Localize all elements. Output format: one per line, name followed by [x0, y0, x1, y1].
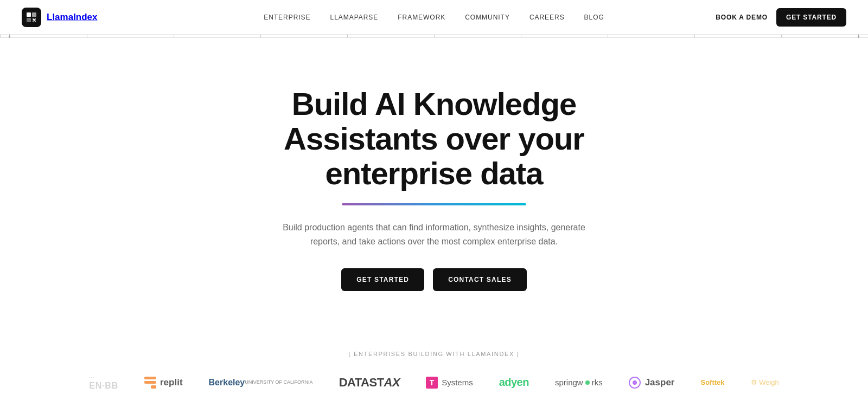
- logo-springworks: springw rks: [555, 378, 603, 387]
- nav-blog[interactable]: BLOG: [584, 14, 604, 21]
- nav-framework[interactable]: FRAMEWORK: [398, 14, 445, 21]
- logo-berkeley: Berkeley UNIVERSITY OF CALIFORNIA: [209, 377, 313, 387]
- logo-link[interactable]: LlamaIndex: [22, 8, 98, 27]
- logo-datastax: DATASTAX: [339, 376, 400, 390]
- hero-section: Build AI Knowledge Assistants over your …: [0, 38, 868, 324]
- t-systems-icon: T: [426, 377, 438, 389]
- logos-label: [ ENTERPRISES BUILDING WITH LLAMAINDEX ]: [22, 351, 846, 357]
- svg-rect-0: [27, 12, 31, 17]
- logo-enbb: ··· EN·BB: [89, 374, 118, 391]
- navbar: LlamaIndex ENTERPRISE LLAMAPARSE FRAMEWO…: [0, 0, 868, 35]
- hero-underline: [342, 203, 526, 205]
- logo-softtek: Softtek: [700, 378, 724, 386]
- nav-careers[interactable]: CAREERS: [529, 14, 565, 21]
- jasper-icon: [629, 377, 641, 389]
- nav-community[interactable]: COMMUNITY: [465, 14, 510, 21]
- hero-subtitle: Build production agents that can find in…: [282, 221, 586, 248]
- hero-contact-sales-button[interactable]: CONTACT SALES: [433, 268, 527, 291]
- nav-actions: BOOK A DEMO GET STARTED: [716, 8, 846, 27]
- replit-icon: [144, 377, 156, 389]
- logo-weight: ⚙ Weigh: [751, 378, 779, 386]
- nav-llamaparse[interactable]: LLAMAPARSE: [330, 14, 379, 21]
- get-started-nav-button[interactable]: GET STARTED: [776, 8, 846, 27]
- hero-buttons: GET STARTED CONTACT SALES: [22, 268, 846, 291]
- logo-tsystems: T Systems: [426, 377, 473, 389]
- logo-icon: [22, 8, 41, 27]
- hero-get-started-button[interactable]: GET STARTED: [341, 268, 424, 291]
- logo-adyen: adyen: [499, 376, 529, 389]
- logos-section: [ ENTERPRISES BUILDING WITH LLAMAINDEX ]…: [0, 324, 868, 394]
- logos-row: ··· EN·BB replit Berkeley UNIVERSITY OF …: [22, 374, 846, 391]
- book-demo-button[interactable]: BOOK A DEMO: [716, 14, 768, 21]
- logo-text: LlamaIndex: [47, 12, 98, 23]
- logo-jasper: Jasper: [629, 377, 675, 389]
- hero-headline: Build AI Knowledge Assistants over your …: [217, 87, 651, 190]
- svg-rect-1: [32, 12, 36, 17]
- nav-links: ENTERPRISE LLAMAPARSE FRAMEWORK COMMUNIT…: [264, 14, 604, 21]
- svg-rect-2: [27, 18, 31, 22]
- logo-replit: replit: [144, 377, 183, 389]
- nav-enterprise[interactable]: ENTERPRISE: [264, 14, 310, 21]
- spring-dot-icon: [585, 380, 590, 385]
